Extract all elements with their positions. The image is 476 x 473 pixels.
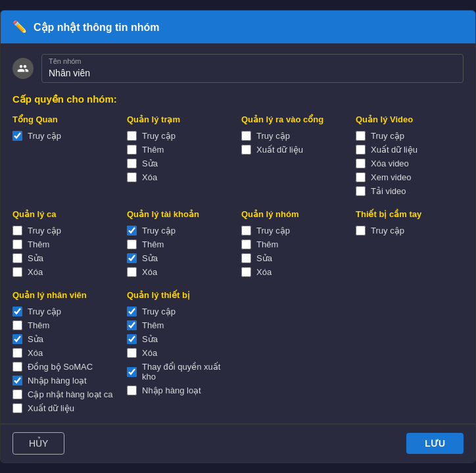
perm-item[interactable]: Xóa video	[356, 159, 464, 168]
perm-item[interactable]: Truy cập	[241, 131, 349, 141]
perm-checkbox[interactable]	[127, 172, 137, 182]
perm-item[interactable]: Nhập hàng loạt	[12, 376, 120, 386]
perm-checkbox[interactable]	[127, 159, 137, 168]
perm-checkbox[interactable]	[12, 226, 22, 236]
perm-checkbox[interactable]	[356, 145, 366, 155]
perm-item[interactable]: Sửa	[127, 334, 235, 344]
perm-checkbox[interactable]	[127, 253, 137, 263]
perm-checkbox[interactable]	[241, 226, 251, 236]
perm-checkbox[interactable]	[127, 239, 137, 249]
perm-item[interactable]: Cập nhật hàng loạt ca	[12, 389, 120, 399]
group-icon	[12, 58, 34, 79]
perm-checkbox[interactable]	[12, 389, 22, 399]
perm-item[interactable]: Nhập hàng loạt	[127, 386, 235, 395]
perm-item[interactable]: Truy cập	[12, 131, 120, 141]
perm-checkbox[interactable]	[127, 226, 137, 236]
perm-label: Xóa	[142, 267, 157, 277]
perm-group-thiet-bi-cam-tay: Thiết bị cầm tayTruy cập	[356, 209, 464, 277]
perm-item[interactable]: Xóa	[127, 172, 235, 182]
perm-checkbox[interactable]	[12, 307, 22, 316]
perm-item[interactable]: Truy cập	[127, 307, 235, 316]
perm-group-quan-ly-nhom: Quản lý nhómTruy cậpThêmSửaXóa	[241, 209, 349, 277]
save-button[interactable]: LƯU	[406, 433, 464, 454]
perm-item[interactable]: Xóa	[12, 267, 120, 277]
perm-checkbox[interactable]	[127, 267, 137, 277]
perm-item[interactable]: Xuất dữ liệu	[356, 145, 464, 155]
perm-group-quan-ly-ca: Quản lý caTruy cậpThêmSửaXóa	[12, 209, 120, 277]
perm-checkbox[interactable]	[12, 267, 22, 277]
perm-label: Thay đổi quyền xuất kho	[142, 362, 235, 382]
perm-checkbox[interactable]	[356, 159, 366, 168]
perm-item[interactable]: Thêm	[12, 320, 120, 330]
perm-checkbox[interactable]	[12, 334, 22, 344]
perm-checkbox[interactable]	[241, 145, 251, 155]
perm-checkbox[interactable]	[127, 367, 137, 377]
perm-checkbox[interactable]	[12, 253, 22, 263]
group-name-row: Tên nhóm	[12, 54, 464, 83]
perm-checkbox[interactable]	[12, 348, 22, 358]
perm-checkbox[interactable]	[12, 320, 22, 330]
perm-item[interactable]: Thêm	[12, 239, 120, 249]
perm-checkbox[interactable]	[127, 348, 137, 358]
perm-item[interactable]: Truy cập	[12, 226, 120, 236]
perm-item[interactable]: Truy cập	[356, 131, 464, 141]
perm-item[interactable]: Truy cập	[356, 226, 464, 236]
perm-checkbox[interactable]	[12, 131, 22, 141]
perm-checkbox[interactable]	[241, 131, 251, 141]
perm-checkbox[interactable]	[241, 239, 251, 249]
perm-item[interactable]: Thay đổi quyền xuất kho	[127, 362, 235, 382]
perm-checkbox[interactable]	[127, 320, 137, 330]
perm-label: Truy cập	[371, 131, 404, 141]
perm-item[interactable]: Truy cập	[12, 307, 120, 316]
perm-group-quan-ly-nhan-vien: Quản lý nhân viênTruy cậpThêmSửaXóaĐồng …	[12, 290, 120, 413]
perm-item[interactable]: Tải video	[356, 186, 464, 196]
perm-item[interactable]: Thêm	[127, 239, 235, 249]
perm-checkbox[interactable]	[356, 131, 366, 141]
perm-item[interactable]: Truy cập	[127, 131, 235, 141]
perm-checkbox[interactable]	[241, 267, 251, 277]
perm-item[interactable]: Xóa	[241, 267, 349, 277]
perm-group-tong-quan: Tổng QuanTruy cập	[12, 114, 120, 196]
perm-item[interactable]: Sửa	[12, 334, 120, 344]
group-name-label: Tên nhóm	[42, 55, 463, 66]
perm-label: Thêm	[256, 239, 278, 249]
perm-item[interactable]: Thêm	[127, 320, 235, 330]
perm-item[interactable]: Thêm	[241, 239, 349, 249]
perm-checkbox[interactable]	[356, 172, 366, 182]
perm-item[interactable]: Đồng bộ SoMAC	[12, 362, 120, 372]
perm-item[interactable]: Xem video	[356, 172, 464, 182]
cancel-button[interactable]: HỦY	[12, 432, 64, 455]
perm-checkbox[interactable]	[356, 226, 366, 236]
perm-item[interactable]: Thêm	[127, 145, 235, 155]
perm-group-quan-ly-thiet-bi: Quản lý thiết bịTruy cậpThêmSửaXóaThay đ…	[127, 290, 235, 413]
perm-item[interactable]: Xóa	[127, 267, 235, 277]
perm-checkbox[interactable]	[127, 131, 137, 141]
perm-checkbox[interactable]	[127, 334, 137, 344]
perm-item[interactable]: Sửa	[127, 159, 235, 168]
perm-label: Xóa	[256, 267, 272, 277]
group-name-input[interactable]	[42, 66, 463, 82]
perm-checkbox[interactable]	[127, 307, 137, 316]
perm-checkbox[interactable]	[127, 386, 137, 395]
perm-checkbox[interactable]	[12, 362, 22, 372]
perm-checkbox[interactable]	[12, 403, 22, 413]
perm-label: Truy cập	[28, 131, 61, 141]
perm-item[interactable]: Truy cập	[241, 226, 349, 236]
perm-item[interactable]: Xóa	[12, 348, 120, 358]
perm-item[interactable]: Xuất dữ liệu	[12, 403, 120, 413]
perm-label: Xóa video	[371, 159, 409, 168]
perm-checkbox[interactable]	[12, 376, 22, 386]
perm-item[interactable]: Sửa	[12, 253, 120, 263]
perm-checkbox[interactable]	[241, 253, 251, 263]
perm-label: Sửa	[142, 334, 158, 344]
group-name-field[interactable]: Tên nhóm	[41, 54, 464, 83]
perm-item[interactable]: Truy cập	[127, 226, 235, 236]
perm-item[interactable]: Sửa	[127, 253, 235, 263]
perm-item[interactable]: Sửa	[241, 253, 349, 263]
perm-checkbox[interactable]	[356, 186, 366, 196]
perm-checkbox[interactable]	[127, 145, 137, 155]
perm-group-title-tong-quan: Tổng Quan	[12, 114, 120, 124]
perm-item[interactable]: Xóa	[127, 348, 235, 358]
perm-item[interactable]: Xuất dữ liệu	[241, 145, 349, 155]
perm-checkbox[interactable]	[12, 239, 22, 249]
